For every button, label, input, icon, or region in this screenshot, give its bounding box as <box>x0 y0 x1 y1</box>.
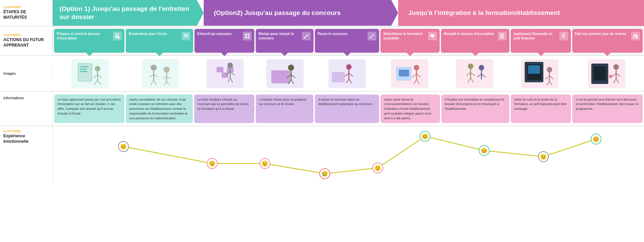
image-cell-9 <box>572 59 641 88</box>
info-card-4: L'individu révise pour se préparer au co… <box>256 94 314 123</box>
svg-rect-20 <box>501 36 503 36</box>
svg-rect-24 <box>80 66 88 67</box>
illustration-8 <box>521 59 559 88</box>
step3-arrow <box>221 53 228 56</box>
step-card-3: S'inscrit au concours ✓ <box>194 29 254 53</box>
svg-line-41 <box>163 76 167 79</box>
emotion-point-1: 😐 <box>118 141 129 152</box>
info-card-3: Le futur étudiant s'inscrit au concours … <box>194 94 254 123</box>
step-card-5: Passe le concours <box>315 29 379 53</box>
info-card-9: C'est le premier jour d'école où il déco… <box>572 94 643 123</box>
emotional-customer-label: Customer <box>3 129 21 133</box>
svg-line-84 <box>477 74 481 77</box>
svg-line-32 <box>98 81 101 85</box>
svg-rect-67 <box>332 72 345 82</box>
image-cell-2 <box>128 59 193 88</box>
image-cell-6 <box>381 59 439 88</box>
step2-arrow <box>156 53 163 56</box>
svg-point-70 <box>414 65 419 70</box>
svg-point-61 <box>346 64 352 70</box>
emotional-chart-container: 😐😟😟😢😟😊😊😐😊 <box>53 126 644 185</box>
emotion-point-6: 😊 <box>420 131 430 142</box>
step-card-7: Remplit le dossier d'inscription <box>441 29 509 53</box>
emotion-point-4: 😢 <box>319 168 330 179</box>
info6-text: Après avoir réussi le concours/entretien… <box>384 98 431 120</box>
step-card-9: Fait son premier jour de rentrée <box>572 29 643 53</box>
svg-line-42 <box>167 76 171 79</box>
info3-text: Le futur étudiant s'inscrit au concours … <box>198 98 249 111</box>
svg-point-89 <box>547 67 552 72</box>
emotion-points: 😐😟😟😢😟😊😊😐😊 <box>53 126 644 184</box>
illustration-1 <box>71 59 109 88</box>
step6-icon <box>428 32 437 40</box>
svg-rect-54 <box>271 70 290 83</box>
info-card-1: Le futur apprenant passe par une procédu… <box>54 94 124 123</box>
image-cell-4 <box>257 59 313 88</box>
illustration-4 <box>266 59 304 88</box>
emotional-title: Expérience émotionnelle <box>3 134 49 144</box>
svg-line-12 <box>304 35 308 38</box>
step3-label: S'inscrit au concours <box>197 32 241 36</box>
phase2-header: (Option2) Jusqu'au passage du concours <box>204 0 398 26</box>
svg-line-31 <box>94 81 98 85</box>
step-card-6: Sélectionne la formation souhaitée <box>380 29 440 53</box>
info1-text: Le futur apprenant passe par une procédu… <box>57 98 121 115</box>
illustration-9 <box>588 59 625 88</box>
step7-arrow <box>472 53 479 56</box>
svg-point-5 <box>184 34 186 36</box>
emotion-point-7: 😊 <box>479 145 490 156</box>
svg-line-91 <box>545 76 549 79</box>
svg-line-35 <box>150 74 154 77</box>
svg-point-82 <box>479 65 484 70</box>
step3-icon: ✓ <box>243 32 252 40</box>
svg-text:✓: ✓ <box>248 36 249 38</box>
info8-text: Selon le coût et la durée de la formatio… <box>514 98 566 111</box>
step-card-2: S'entretient avec l'école <box>126 29 193 53</box>
emotional-label-cell: Customer Expérience émotionnelle <box>0 126 53 185</box>
illustration-5 <box>328 59 366 88</box>
info-card-8: Selon le coût et la durée de la formatio… <box>511 94 571 123</box>
steps-content: Prépare et envoi le dossier d'inscriptio… <box>53 26 644 55</box>
step4-arrow <box>281 53 288 56</box>
info-card-5: Il passe le concours dans un établisseme… <box>315 94 379 123</box>
informations-content: Le futur apprenant passe par une procédu… <box>53 92 644 126</box>
step1-icon: ✓ <box>113 32 122 40</box>
svg-point-27 <box>95 66 100 71</box>
step1-arrow <box>86 53 93 56</box>
step9-label: Fait son premier jour de rentrée <box>575 32 630 36</box>
svg-line-44 <box>167 82 169 85</box>
svg-rect-96 <box>594 66 606 81</box>
svg-line-101 <box>613 79 616 83</box>
illustration-2 <box>142 59 179 88</box>
step8-label: (optionnel) Demande un prêt financier <box>513 32 558 40</box>
emotion-point-9: 😊 <box>591 134 601 144</box>
svg-line-81 <box>471 78 473 83</box>
svg-line-37 <box>151 80 154 85</box>
svg-line-65 <box>346 79 349 83</box>
svg-point-103 <box>609 75 612 78</box>
step1-label: Prépare et envoi le dossier d'inscriptio… <box>57 32 112 40</box>
etapes-customer-label: Customer <box>3 5 21 9</box>
svg-line-79 <box>471 72 475 76</box>
info-card-6: Après avoir réussi le concours/entretien… <box>380 94 440 123</box>
svg-point-55 <box>288 65 294 71</box>
svg-point-6 <box>186 34 188 36</box>
svg-line-74 <box>414 80 417 84</box>
actions-title: ACTIONS DU FUTUR APPRENANT <box>3 37 49 48</box>
svg-line-53 <box>230 77 233 83</box>
svg-point-39 <box>164 67 170 73</box>
svg-rect-69 <box>399 70 409 76</box>
image-cell-5 <box>316 59 378 88</box>
step5-label: Passe le concours <box>318 32 366 36</box>
svg-line-102 <box>616 79 619 83</box>
step6-arrow <box>407 53 413 56</box>
svg-rect-22 <box>634 36 635 38</box>
images-label-cell: Images <box>0 69 53 78</box>
svg-line-100 <box>616 73 620 76</box>
step-card-1: Prépare et envoi le dossier d'inscriptio… <box>54 29 124 53</box>
svg-rect-7 <box>245 34 247 36</box>
svg-line-78 <box>467 72 471 76</box>
actions-customer-label: Customer <box>3 33 21 37</box>
step-card-4: Révise pour réussir le concours <box>256 29 313 53</box>
svg-rect-47 <box>222 72 228 78</box>
